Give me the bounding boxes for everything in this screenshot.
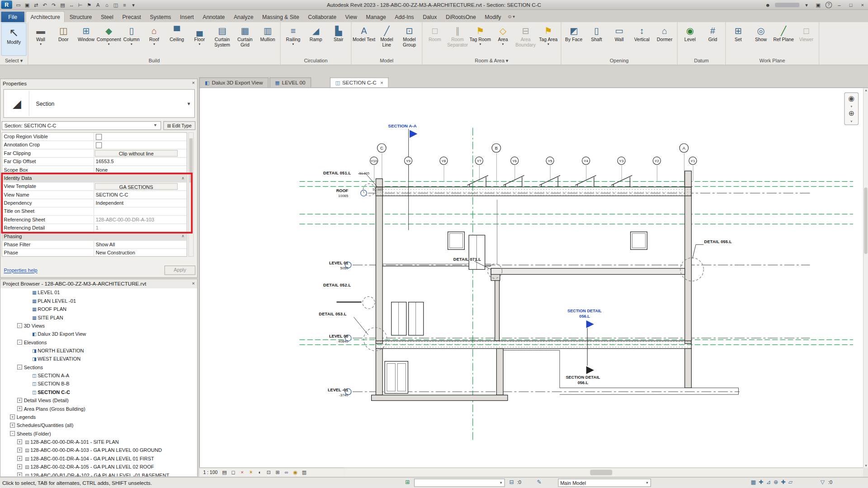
property-row[interactable]: Title on Sheet ∧ bbox=[2, 207, 187, 216]
dimension-icon[interactable]: ⊢ bbox=[76, 2, 85, 7]
scale-control[interactable]: 1 : 100 bbox=[202, 470, 219, 475]
window-button[interactable]: ⊞ Window ▾ bbox=[75, 23, 97, 56]
grid-bubble[interactable]: A bbox=[679, 143, 689, 153]
scroll-up-icon[interactable]: ▲ bbox=[863, 89, 868, 92]
ribbon-tab-dirootsone[interactable]: DiRootsOne bbox=[441, 12, 480, 22]
select-underlay-icon[interactable]: ▱ bbox=[788, 479, 793, 485]
chevron-down-icon[interactable]: ▾ bbox=[850, 104, 852, 108]
level-label[interactable]: LEVEL 01 bbox=[315, 261, 348, 266]
edit-type-button[interactable]: ⊞ Edit Type bbox=[163, 121, 195, 130]
collapse-section-icon[interactable]: ∧ bbox=[179, 232, 187, 240]
grid-bubble[interactable]: Y7 bbox=[475, 157, 483, 165]
grid-bubble[interactable]: Y6 bbox=[510, 157, 519, 165]
tag-icon[interactable]: ⚑ bbox=[85, 2, 94, 7]
browser-tree-item[interactable]: ▦ SITE PLAN bbox=[0, 313, 197, 321]
browser-tree-item[interactable]: + Legends bbox=[0, 413, 197, 421]
type-filter-combo[interactable]: Section: SECTION C-C bbox=[2, 121, 161, 130]
horizontal-scrollbar[interactable] bbox=[344, 468, 863, 477]
curtain-grid-button[interactable]: ▦ Curtain Grid ▾ bbox=[234, 23, 256, 56]
grid-bubble[interactable]: Y2 bbox=[653, 157, 661, 165]
grid-bubble[interactable]: B bbox=[491, 143, 501, 153]
chevron-down-icon[interactable]: ▼ bbox=[153, 123, 157, 127]
detail-annotation[interactable]: DETAIL 052.L bbox=[323, 283, 351, 288]
browser-tree-item[interactable]: ◨ WEST ELEVATION bbox=[0, 355, 197, 363]
redo-icon[interactable]: ↷ bbox=[49, 2, 58, 7]
property-row[interactable]: Far Clip Offset ∧ 16553.5 bbox=[2, 158, 187, 166]
text-icon[interactable]: A bbox=[94, 2, 103, 7]
browser-tree-item[interactable]: + ▤ 128-ABC-00-B1-DR-A-102 - GA PLAN LEV… bbox=[0, 471, 197, 476]
expand-icon[interactable]: + bbox=[17, 448, 22, 453]
pan-zoom-icon[interactable]: ⊕ bbox=[849, 109, 854, 117]
roof-button[interactable]: ⌂ Roof ▾ bbox=[143, 23, 165, 56]
close-button[interactable]: × bbox=[858, 2, 867, 7]
worksets-icon[interactable]: ⊞ bbox=[405, 479, 410, 485]
detail-annotation[interactable]: DETAIL 053.L bbox=[319, 311, 346, 316]
railing-button[interactable]: ≡ Railing ▾ bbox=[282, 23, 304, 56]
expand-icon[interactable]: + bbox=[10, 423, 15, 428]
browser-tree-item[interactable]: ◫ SECTION A-A bbox=[0, 371, 197, 380]
grid-bubble[interactable]: Y1 bbox=[689, 157, 697, 165]
chevron-down-icon[interactable]: ▾ bbox=[850, 119, 852, 123]
browser-tree-item[interactable]: - 3D Views bbox=[0, 321, 197, 329]
dropdown-icon[interactable]: ▾ bbox=[802, 2, 811, 7]
opening-by-face-button[interactable]: ◩ By Face ▾ bbox=[562, 23, 585, 56]
grid-button[interactable]: # Grid ▾ bbox=[701, 23, 724, 56]
model-text-button[interactable]: A Model Text ▾ bbox=[353, 23, 375, 56]
section-detail-marker[interactable]: SECTION DETAIL 056.L bbox=[554, 308, 615, 319]
properties-scrollbar[interactable] bbox=[188, 132, 193, 257]
crop-view-icon[interactable]: ⊡ bbox=[265, 470, 273, 475]
browser-tree-item[interactable]: - Sections bbox=[0, 363, 197, 371]
exclude-options-icon[interactable]: ⊟ bbox=[509, 479, 514, 485]
show-work-plane-button[interactable]: ◎ Show ▾ bbox=[750, 23, 772, 56]
property-row[interactable]: Annotation Crop ∧ bbox=[2, 141, 187, 149]
undo-icon[interactable]: ↶ bbox=[40, 2, 49, 7]
filter-icon[interactable]: ▽ bbox=[821, 479, 825, 485]
show-crop-icon[interactable]: ⊞ bbox=[274, 470, 281, 475]
curtain-system-button[interactable]: ▤ Curtain System ▾ bbox=[211, 23, 234, 56]
customize-qat-icon[interactable]: ▾ bbox=[129, 2, 138, 7]
scrollbar-thumb[interactable] bbox=[864, 188, 867, 254]
visual-style-icon[interactable]: ◻ bbox=[230, 470, 237, 475]
browser-tree-item[interactable]: + Area Plans (Gross Building) bbox=[0, 404, 197, 413]
door-button[interactable]: ◫ Door ▾ bbox=[52, 23, 75, 56]
browser-tree-item[interactable]: + ▤ 128-ABC-00-00-DR-A-103 - GA PLAN LEV… bbox=[0, 446, 197, 454]
minimize-button[interactable]: – bbox=[835, 2, 844, 7]
spot-elevation[interactable]: 51.665 bbox=[359, 172, 369, 175]
room-separator-button[interactable]: ∥ Room Separator ▾ bbox=[446, 23, 469, 56]
ribbon-tab-architecture[interactable]: Architecture bbox=[25, 11, 65, 22]
room-button[interactable]: □ Room ▾ bbox=[424, 23, 446, 56]
browser-tree-item[interactable]: ▦ ROOF PLAN bbox=[0, 305, 197, 313]
area-boundary-button[interactable]: ⊟ Area Boundary ▾ bbox=[514, 23, 537, 56]
ceiling-button[interactable]: ▀ Ceiling ▾ bbox=[165, 23, 188, 56]
level-label[interactable]: ROOF bbox=[315, 188, 348, 193]
sun-path-icon[interactable]: ☀ bbox=[247, 470, 255, 475]
expand-icon[interactable]: + bbox=[17, 439, 22, 444]
reveal-hidden-icon[interactable]: ◉ bbox=[292, 470, 299, 475]
view-tab-section-c-c[interactable]: ◫ SECTION C-C × bbox=[330, 77, 388, 87]
property-row[interactable]: Phase ∧ New Construction bbox=[2, 249, 187, 257]
expand-icon[interactable]: + bbox=[17, 456, 22, 461]
dormer-button[interactable]: ⌂ Dormer ▾ bbox=[653, 23, 676, 56]
tag-area-button[interactable]: ⚑ Tag Area ▾ bbox=[537, 23, 560, 56]
browser-tree-item[interactable]: ◧ Dalux 3D Export View bbox=[0, 330, 197, 338]
help-icon[interactable]: ? bbox=[826, 1, 832, 8]
spot-elevation[interactable]: 50.365 bbox=[373, 188, 382, 191]
section-marker-label[interactable]: SECTION A-A bbox=[388, 123, 416, 128]
browser-tree-item[interactable]: + ▤ 128-ABC-00-02-DR-A-105 - GA PLAN LEV… bbox=[0, 463, 197, 471]
user-name[interactable] bbox=[775, 3, 799, 7]
grid-bubble[interactable]: Y4 bbox=[582, 157, 590, 165]
detail-level-icon[interactable]: ▤ bbox=[221, 470, 228, 475]
property-row[interactable]: Referencing Sheet ∧ 128-ABC-00-00-DR-A-1… bbox=[2, 216, 187, 224]
select-pinned-icon[interactable]: ✚ bbox=[781, 479, 785, 485]
expand-icon[interactable]: - bbox=[17, 365, 22, 370]
expand-icon[interactable]: + bbox=[17, 406, 22, 411]
expand-icon[interactable]: - bbox=[17, 340, 22, 345]
wall-button[interactable]: ▬ Wall ▾ bbox=[29, 23, 52, 56]
chevron-down-icon[interactable]: ▼ bbox=[187, 101, 191, 106]
maximize-button[interactable]: □ bbox=[846, 2, 855, 7]
detail-annotation[interactable]: DETAIL 051.L bbox=[323, 170, 351, 175]
level-elevation[interactable]: 40840 bbox=[315, 339, 348, 343]
ribbon-tab-file[interactable]: File bbox=[1, 12, 24, 22]
panel-label-select[interactable]: Select ▾ bbox=[0, 56, 28, 65]
close-icon[interactable]: × bbox=[192, 281, 195, 286]
